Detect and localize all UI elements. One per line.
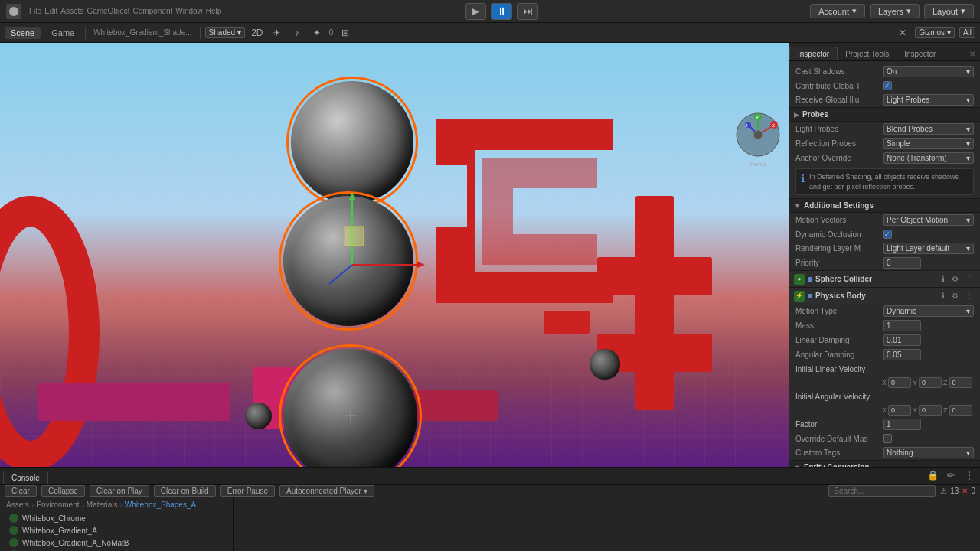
light-toggle[interactable]: ☀ — [270, 25, 285, 41]
fx-toggle[interactable]: ✦ — [309, 25, 325, 41]
clear-on-play-btn[interactable]: Clear on Play — [90, 485, 149, 497]
angular-damping-input[interactable] — [883, 349, 921, 360]
lin-vel-z[interactable] — [949, 377, 972, 388]
grid-toggle[interactable]: ⊞ — [338, 25, 353, 41]
viewport[interactable]: Y X Z Persp — [0, 43, 789, 467]
autoconnected-player-btn[interactable]: Autoconnected Player ▾ — [279, 485, 374, 497]
sphere-info-btn[interactable]: ℹ — [939, 274, 947, 284]
inspector-content: Cast Shadows On ▾ Contribute Global I ✓ … — [789, 61, 980, 467]
additional-settings-section[interactable]: ▼ Additional Settings — [789, 198, 980, 213]
shaded-dropdown[interactable]: Shaded ▾ — [205, 27, 245, 38]
gizmos-dropdown[interactable]: Gizmos ▾ — [915, 27, 955, 38]
inspector-tab[interactable]: Inspector — [789, 47, 838, 60]
audio-toggle[interactable]: ♪ — [289, 25, 305, 41]
layout-button[interactable]: Layout ▾ — [924, 4, 974, 18]
bottom-lock-btn[interactable]: 🔒 — [925, 468, 940, 483]
custom-tags-row: Custom Tags Nothing ▾ — [789, 445, 980, 460]
lin-vel-x[interactable] — [888, 377, 911, 388]
light-probes-dropdown[interactable]: Blend Probes ▾ — [883, 123, 974, 135]
clear-on-build-btn[interactable]: Clear on Build — [154, 485, 216, 497]
anchor-override-dropdown[interactable]: None (Transform) ▾ — [883, 152, 974, 164]
small-sphere-2 — [245, 403, 272, 429]
status-counts: ⚠ 13 ✕ 0 — [940, 487, 975, 495]
sphere-middle[interactable] — [283, 196, 413, 326]
close-panel-btn[interactable]: ✕ — [965, 47, 980, 60]
file-gradient-a[interactable]: Whitebox_Gradient_A — [6, 524, 227, 536]
svg-rect-6 — [635, 196, 674, 410]
clear-btn[interactable]: Clear — [5, 485, 37, 497]
file-gradient-a-nomatb[interactable]: Whitebox_Gradient_A_NoMatB — [6, 536, 227, 549]
lin-vel-y[interactable] — [919, 377, 942, 388]
all-dropdown[interactable]: All — [959, 27, 975, 38]
light-probes-row: Light Probes Blend Probes ▾ — [789, 122, 980, 136]
console-search[interactable] — [828, 485, 936, 497]
ang-vel-z[interactable] — [949, 405, 972, 416]
error-pause-btn[interactable]: Error Pause — [220, 485, 275, 497]
receive-gi-dropdown[interactable]: Light Probes ▾ — [883, 94, 974, 106]
physics-settings-btn[interactable]: ⚙ — [949, 291, 961, 301]
dynamic-occlusion-checkbox[interactable]: ✓ — [883, 230, 892, 239]
gravity-factor-input[interactable] — [883, 419, 921, 430]
bottom-pen-btn[interactable]: ✏ — [943, 468, 959, 483]
contribute-gi-checkbox[interactable]: ✓ — [883, 81, 892, 90]
override-badge — [808, 277, 812, 282]
physics-more-btn[interactable]: ⋮ — [963, 291, 975, 301]
initial-angular-vel-label-row: Initial Angular Velocity — [789, 390, 980, 403]
initial-linear-vel-label-row: Initial Linear Velocity — [789, 362, 980, 376]
file-circle-icon-2 — [9, 526, 18, 535]
account-button[interactable]: Account ▾ — [810, 4, 865, 18]
linear-damping-input[interactable] — [883, 334, 921, 346]
ang-vel-y[interactable] — [919, 405, 942, 416]
override-mass-checkbox[interactable] — [883, 434, 892, 443]
initial-linear-vel-row: X Y Z — [789, 376, 980, 390]
right-panel: Inspector Project Tools Inspector ✕ Cast… — [789, 43, 980, 467]
pause-button[interactable]: ⏸ — [491, 3, 512, 20]
rendering-layer-row: Rendering Layer M Light Layer default ▾ — [789, 241, 980, 256]
layers-button[interactable]: Layers ▾ — [870, 4, 920, 18]
sphere-more-btn[interactable]: ⋮ — [963, 274, 975, 284]
svg-text:X: X — [772, 123, 775, 128]
svg-rect-14 — [345, 227, 364, 246]
entity-conversion-section[interactable]: ▼ Entity Conversion — [789, 460, 980, 467]
game-tab[interactable]: Game — [45, 27, 80, 39]
step-button[interactable]: ⏭ — [517, 3, 538, 20]
svg-point-0 — [9, 7, 18, 16]
close-viewport-btn[interactable]: ✕ — [895, 25, 910, 41]
file-circle-icon-3 — [9, 538, 18, 547]
probes-section[interactable]: ▶ Probes — [789, 107, 980, 122]
file-browser: Assets › Environment › Materials › White… — [0, 497, 234, 551]
mass-input[interactable] — [883, 320, 921, 331]
sphere-collider-header[interactable]: ● Sphere Collider ℹ ⚙ ⋮ — [789, 270, 980, 287]
motion-vectors-dropdown[interactable]: Per Object Motion ▾ — [883, 214, 974, 226]
3d-scene: Y X Z Persp — [0, 43, 789, 467]
console-log-area: Assets › Environment › Materials › White… — [0, 497, 980, 551]
priority-row: Priority — [789, 256, 980, 270]
motion-type-dropdown[interactable]: Dynamic ▾ — [883, 305, 974, 317]
custom-tags-dropdown[interactable]: Nothing ▾ — [883, 447, 974, 458]
collapse-btn[interactable]: Collapse — [41, 485, 85, 497]
physics-info-btn[interactable]: ℹ — [939, 291, 947, 301]
rendering-layer-dropdown[interactable]: Light Layer default ▾ — [883, 243, 974, 254]
orientation-gizmo[interactable]: Y X Z Persp — [735, 112, 781, 158]
toolbar2: Scene Game Whitebox_Gradient_Shade... Sh… — [0, 23, 980, 43]
scene-tab[interactable]: Scene — [5, 27, 41, 39]
dynamic-occlusion-row: Dynamic Occlusion ✓ — [789, 227, 980, 241]
ang-vel-x[interactable] — [888, 405, 911, 416]
inspector-alt-tab[interactable]: Inspector — [897, 47, 943, 60]
file-whitebox-chrome[interactable]: Whitebox_Chrome — [6, 512, 227, 524]
motion-vectors-row: Motion Vectors Per Object Motion ▾ — [789, 213, 980, 227]
topbar: File Edit Assets GameObject Component Wi… — [0, 0, 980, 23]
sphere-settings-btn[interactable]: ⚙ — [949, 274, 961, 284]
physics-body-header[interactable]: ⚡ Physics Body ℹ ⚙ ⋮ — [789, 287, 980, 304]
project-tools-tab[interactable]: Project Tools — [838, 47, 897, 60]
cast-shadows-dropdown[interactable]: On ▾ — [883, 66, 974, 77]
red-block — [544, 311, 590, 334]
play-button[interactable]: ▶ — [465, 3, 486, 20]
linear-damping-row: Linear Damping — [789, 333, 980, 347]
priority-input[interactable] — [883, 257, 921, 269]
2d-button[interactable]: 2D — [250, 25, 265, 41]
reflection-probes-dropdown[interactable]: Simple ▾ — [883, 138, 974, 149]
console-tab[interactable]: Console — [3, 471, 48, 484]
bottom-more-btn[interactable]: ⋮ — [962, 468, 977, 483]
sphere-top[interactable] — [291, 81, 413, 204]
